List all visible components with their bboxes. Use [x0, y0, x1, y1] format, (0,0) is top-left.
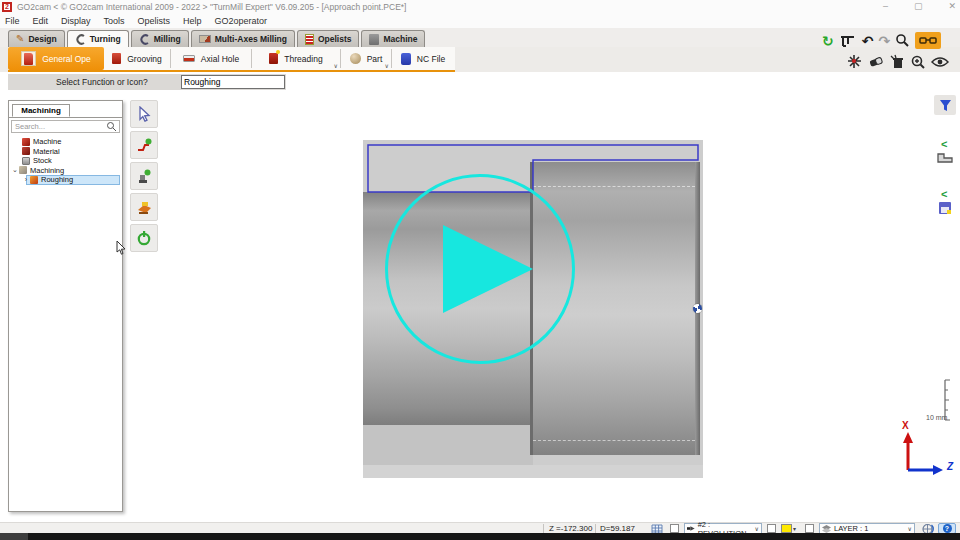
- tree-item-material[interactable]: Material: [9, 147, 122, 157]
- menu-opelists[interactable]: Opelists: [138, 16, 171, 26]
- multi-axes-icon: [199, 35, 211, 43]
- axial-hole-button[interactable]: Axial Hole: [171, 47, 251, 70]
- tool-setup-button[interactable]: [130, 162, 158, 190]
- menu-display[interactable]: Display: [61, 16, 91, 26]
- threading-icon: [269, 53, 278, 64]
- material-node-icon: [22, 147, 30, 155]
- op-label: Part: [367, 54, 383, 64]
- view-toolbar-row1: ↻ ↶ ↷: [822, 32, 941, 49]
- caliper-icon[interactable]: [839, 34, 857, 48]
- tab-machine[interactable]: Machine: [361, 30, 425, 47]
- save-icon[interactable]: [939, 202, 951, 214]
- color-swatch: [781, 524, 792, 533]
- grooving-icon: [112, 53, 121, 64]
- redo-icon[interactable]: ↷: [878, 33, 890, 49]
- power-button[interactable]: [130, 224, 158, 252]
- general-ope-button[interactable]: General Ope: [8, 47, 104, 70]
- spindle-icon: [687, 525, 695, 532]
- eye-icon[interactable]: [931, 56, 949, 68]
- general-ope-chip: [21, 51, 36, 66]
- panel-tab-machining[interactable]: Machining: [12, 104, 70, 117]
- function-input[interactable]: [181, 75, 285, 89]
- menu-help[interactable]: Help: [183, 16, 202, 26]
- zoom-in-icon[interactable]: [910, 54, 926, 70]
- holder-button[interactable]: [130, 193, 158, 221]
- ribbon-ops-row: General Ope Grooving Axial Hole Threadin…: [0, 47, 960, 72]
- axial-hole-icon: [183, 55, 195, 62]
- tree-item-machining[interactable]: ⌄ Machining: [9, 166, 122, 176]
- tab-label: Machine: [383, 34, 417, 44]
- tray-icon[interactable]: [936, 152, 954, 164]
- roughing-node-icon: [30, 176, 38, 184]
- search-icon: [106, 121, 117, 132]
- close-button[interactable]: ✕: [948, 0, 956, 13]
- tab-multi-axes-milling[interactable]: Multi-Axes Milling: [191, 30, 295, 47]
- divider: [595, 524, 596, 533]
- tab-milling[interactable]: Milling: [131, 30, 189, 47]
- approach-point-marker[interactable]: [693, 304, 702, 313]
- undo-icon[interactable]: ↶: [862, 33, 874, 49]
- tree-item-stock[interactable]: Stock: [9, 156, 122, 166]
- threading-button[interactable]: Threading ∨: [252, 47, 340, 70]
- refresh-icon[interactable]: ↻: [822, 33, 834, 49]
- grid-icon: [651, 524, 663, 534]
- tree-label: Stock: [33, 156, 52, 165]
- menu-tools[interactable]: Tools: [104, 16, 125, 26]
- general-ope-icon: [24, 53, 33, 65]
- collapse-left-icon[interactable]: <: [941, 139, 947, 149]
- op-label: NC File: [417, 54, 445, 64]
- divider: [543, 524, 544, 533]
- menu-go2operator[interactable]: GO2operator: [215, 16, 268, 26]
- op-label: General Ope: [42, 54, 91, 64]
- nc-file-button[interactable]: NC File: [392, 47, 454, 70]
- maximize-button[interactable]: ▢: [914, 0, 923, 13]
- tab-label: Design: [28, 34, 56, 44]
- scale-label: 10 mm: [926, 414, 947, 421]
- collapse-caret-icon[interactable]: ›: [22, 176, 30, 183]
- collapse-left-icon[interactable]: <: [941, 189, 947, 199]
- machine-axes-icon[interactable]: [846, 53, 863, 70]
- zoom-icon[interactable]: [895, 33, 910, 48]
- title-bar: 2 GO2cam < © GO2cam International 2009 -…: [0, 0, 960, 13]
- help-icon: ?: [943, 524, 952, 533]
- part-dropdown-caret[interactable]: ∨: [385, 62, 389, 69]
- play-icon[interactable]: [443, 225, 533, 313]
- tree-item-machine[interactable]: Machine: [9, 137, 122, 147]
- tab-turning[interactable]: Turning: [67, 30, 129, 47]
- bottom-edge-segment: [0, 533, 28, 540]
- go2cam-window: 2 GO2cam < © GO2cam International 2009 -…: [0, 0, 960, 540]
- search-input[interactable]: Search...: [11, 120, 120, 133]
- design-pencil-icon: ✎: [16, 34, 24, 44]
- menu-file[interactable]: File: [5, 16, 20, 26]
- status-bar: Z =-172.300 D=59.187 #2 : REVOLUTION ∨ ▾…: [0, 522, 960, 533]
- holder-icon: [136, 200, 153, 215]
- opelists-icon: [305, 34, 314, 45]
- toolpath-button[interactable]: [130, 131, 158, 159]
- filter-button[interactable]: [934, 95, 956, 115]
- color-checkbox[interactable]: [767, 524, 776, 533]
- grooving-button[interactable]: Grooving: [104, 47, 170, 70]
- minimize-button[interactable]: –: [883, 0, 888, 13]
- threading-dropdown-caret[interactable]: ∨: [334, 62, 338, 69]
- tree-label: Machining: [30, 166, 64, 175]
- op-label: Axial Hole: [201, 54, 239, 64]
- viewport-3d[interactable]: [363, 140, 703, 478]
- view-glasses-button[interactable]: [915, 32, 941, 49]
- expand-caret-icon[interactable]: ⌄: [11, 166, 19, 174]
- tab-label: Milling: [154, 34, 181, 44]
- tree-item-roughing[interactable]: › Roughing: [9, 175, 122, 185]
- search-placeholder: Search...: [15, 122, 106, 131]
- clean-trash-icon[interactable]: [889, 54, 905, 70]
- tab-opelists[interactable]: Opelists: [297, 30, 360, 47]
- bottom-edge-bar: [0, 533, 960, 540]
- swatch-dropdown-icon[interactable]: ▾: [793, 525, 796, 532]
- layer-checkbox[interactable]: [805, 524, 814, 533]
- part-button[interactable]: Part ∨: [341, 47, 391, 70]
- tab-design[interactable]: ✎ Design: [8, 30, 65, 47]
- spindle-checkbox[interactable]: [670, 524, 679, 533]
- nc-file-icon: [401, 53, 411, 65]
- glasses-icon: [919, 36, 937, 46]
- select-cursor-button[interactable]: [130, 100, 158, 128]
- eraser-icon[interactable]: [868, 55, 884, 69]
- menu-edit[interactable]: Edit: [33, 16, 49, 26]
